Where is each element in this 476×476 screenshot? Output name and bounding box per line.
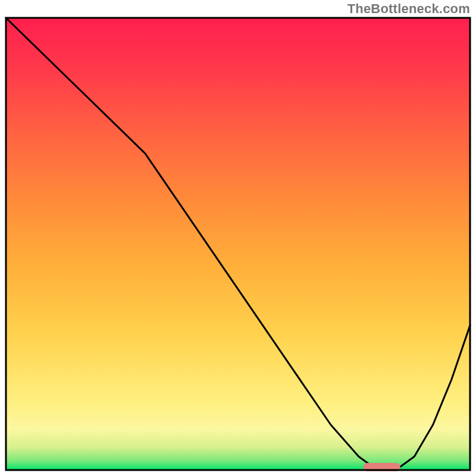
chart-container: TheBottleneck.com <box>0 0 476 476</box>
bottleneck-chart <box>0 0 476 476</box>
watermark-text: TheBottleneck.com <box>347 1 470 17</box>
